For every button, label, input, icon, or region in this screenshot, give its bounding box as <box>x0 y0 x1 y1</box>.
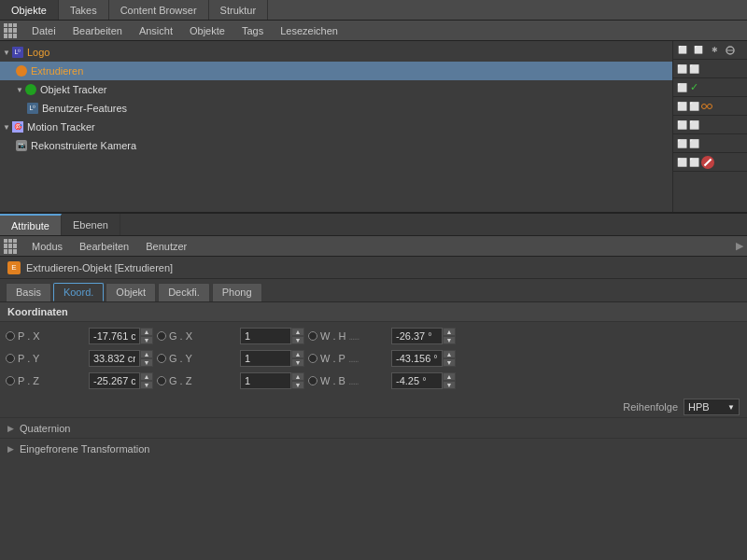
expand-arrow-motion: ▼ <box>2 122 11 132</box>
kamera-col2: ⬜ <box>689 158 699 167</box>
gz-input[interactable] <box>240 372 291 389</box>
gx-spin-down[interactable]: ▼ <box>291 336 304 344</box>
gy-spinbox[interactable]: ▲ ▼ <box>240 350 304 367</box>
reihenfolge-select[interactable]: HPB ▼ <box>684 399 740 415</box>
wp-dots: ...... <box>348 354 367 364</box>
wb-input[interactable] <box>391 372 443 389</box>
wp-label: W . P ...... <box>308 353 388 364</box>
py-spin-down[interactable]: ▼ <box>140 358 153 367</box>
tree-item-objekt-tracker[interactable]: ▼ Objekt Tracker <box>0 80 672 99</box>
wp-spin-up[interactable]: ▲ <box>443 350 456 358</box>
px-spinbox[interactable]: ▲ ▼ <box>89 328 153 344</box>
wh-input[interactable] <box>391 328 443 344</box>
gz-spin-up[interactable]: ▲ <box>291 372 304 381</box>
py-spin-up[interactable]: ▲ <box>140 350 153 358</box>
wb-spinbox[interactable]: ▲ ▼ <box>391 372 456 389</box>
tab-takes[interactable]: Takes <box>59 0 109 20</box>
gx-spin-up[interactable]: ▲ <box>291 328 304 336</box>
radio-gx[interactable] <box>157 331 166 341</box>
koordinaten-header: Koordinaten <box>0 302 747 322</box>
px-spin-up[interactable]: ▲ <box>140 328 153 336</box>
pz-spinbox[interactable]: ▲ ▼ <box>89 372 153 389</box>
attr-menu-benutzer[interactable]: Benutzer <box>138 239 194 254</box>
menu-objekte[interactable]: Objekte <box>182 23 233 38</box>
sub-tabs: Basis Koord. Objekt Deckfi. Phong <box>0 279 747 302</box>
wb-spin-up[interactable]: ▲ <box>443 372 456 381</box>
tab-struktur[interactable]: Struktur <box>209 0 269 20</box>
menu-lesezeichen[interactable]: Lesezeichen <box>273 23 345 38</box>
gx-input[interactable] <box>240 328 291 344</box>
radio-pz[interactable] <box>6 376 15 385</box>
subtab-koord[interactable]: Koord. <box>53 283 104 301</box>
radio-wh[interactable] <box>308 331 317 341</box>
wh-spinbox[interactable]: ▲ ▼ <box>391 328 456 344</box>
wb-label: W . B ...... <box>308 375 388 386</box>
gx-spinbox[interactable]: ▲ ▼ <box>240 328 304 344</box>
wb-spin-down[interactable]: ▼ <box>443 381 456 389</box>
eingefrorene-row[interactable]: ▶ Eingefrorene Transformation <box>0 438 747 458</box>
subtab-deckfi[interactable]: Deckfi. <box>158 283 210 301</box>
quaternion-arrow-icon: ▶ <box>7 424 14 433</box>
col-icon-3: ✱ <box>707 42 722 59</box>
gz-spin-down[interactable]: ▼ <box>291 381 304 389</box>
radio-wp[interactable] <box>308 354 317 363</box>
quaternion-label: Quaternion <box>20 423 70 434</box>
wb-name: W . B <box>320 375 345 386</box>
tab-attribute[interactable]: Attribute <box>0 214 62 235</box>
py-input[interactable] <box>89 350 140 367</box>
radio-px[interactable] <box>6 331 15 341</box>
radio-wb[interactable] <box>308 376 317 385</box>
subtab-basis[interactable]: Basis <box>6 283 51 301</box>
subtab-phong[interactable]: Phong <box>212 283 262 301</box>
wh-spin-up[interactable]: ▲ <box>443 328 456 336</box>
tree-item-extrudieren[interactable]: Extrudieren <box>0 62 672 80</box>
attr-menu-bearbeiten[interactable]: Bearbeiten <box>72 239 136 254</box>
attr-menu-modus[interactable]: Modus <box>24 239 70 254</box>
py-spinbox[interactable]: ▲ ▼ <box>89 350 153 367</box>
pz-input[interactable] <box>89 372 140 389</box>
tree-item-benutzer-features[interactable]: L⁰ Benutzer-Features <box>0 99 672 118</box>
menu-datei[interactable]: Datei <box>24 23 63 38</box>
gz-spinbox[interactable]: ▲ ▼ <box>240 372 304 389</box>
gy-spin-btns: ▲ ▼ <box>291 350 304 367</box>
gx-label: G . X <box>157 330 236 342</box>
px-spin-down[interactable]: ▼ <box>140 336 153 344</box>
tab-objekte[interactable]: Objekte <box>0 0 59 20</box>
pz-spin-up[interactable]: ▲ <box>140 372 153 381</box>
px-input[interactable] <box>89 328 140 344</box>
radio-py[interactable] <box>6 354 15 363</box>
extrude-col1: ⬜ <box>677 83 687 92</box>
menu-bearbeiten[interactable]: Bearbeiten <box>65 23 130 38</box>
col-icon-2: ⬜ <box>691 42 706 59</box>
wh-dots: ...... <box>349 331 368 342</box>
quaternion-row[interactable]: ▶ Quaternion <box>0 417 747 438</box>
tab-ebenen[interactable]: Ebenen <box>62 214 120 235</box>
wp-spin-down[interactable]: ▼ <box>443 358 456 367</box>
tree-label-motion: Motion Tracker <box>27 121 670 133</box>
tree-item-logo[interactable]: ▼ L⁰ Logo <box>0 43 672 62</box>
svg-point-3 <box>708 104 712 108</box>
py-name: P . Y <box>18 353 39 364</box>
objtracker-col1: ⬜ <box>677 102 687 111</box>
pz-label: P . Z <box>6 375 85 386</box>
tab-content-browser[interactable]: Content Browser <box>109 0 209 20</box>
field-row-px: P . X ▲ ▼ G . X ▲ ▼ W . H ...... <box>6 326 741 346</box>
gy-spin-up[interactable]: ▲ <box>291 350 304 358</box>
radio-gy[interactable] <box>157 354 166 363</box>
radio-gz[interactable] <box>157 376 166 385</box>
gy-input[interactable] <box>240 350 291 367</box>
gx-name: G . X <box>169 330 192 342</box>
tree-item-motion-tracker[interactable]: ▼ 🎯 Motion Tracker <box>0 118 672 136</box>
tree-item-rekonstruierte-kamera[interactable]: 📷 Rekonstruierte Kamera <box>0 136 672 155</box>
benutzer-icon: L⁰ <box>26 102 39 115</box>
menu-bar: Datei Bearbeiten Ansicht Objekte Tags Le… <box>0 21 747 41</box>
wh-spin-down[interactable]: ▼ <box>443 336 456 344</box>
menu-tags[interactable]: Tags <box>234 23 271 38</box>
menu-ansicht[interactable]: Ansicht <box>132 23 180 38</box>
extrude-icon <box>15 64 28 77</box>
wp-input[interactable] <box>391 350 443 367</box>
wp-spinbox[interactable]: ▲ ▼ <box>391 350 456 367</box>
subtab-objekt[interactable]: Objekt <box>106 283 156 301</box>
pz-spin-down[interactable]: ▼ <box>140 381 153 389</box>
gy-spin-down[interactable]: ▼ <box>291 358 304 367</box>
